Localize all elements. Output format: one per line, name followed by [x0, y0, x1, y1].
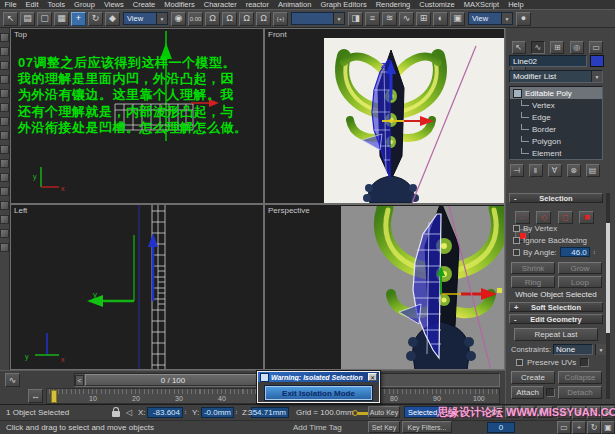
make-unique-icon[interactable]: ∀ — [548, 164, 562, 177]
ignore-backfacing-checkbox[interactable] — [513, 237, 520, 244]
add-time-tag[interactable]: Add Time Tag — [293, 423, 342, 432]
auto-key-button[interactable]: Auto Key — [368, 406, 400, 418]
chevron-down-icon[interactable]: ▼ — [595, 344, 606, 355]
edge-subobject-icon[interactable]: ◇ — [536, 211, 551, 224]
menu-maxscript[interactable]: MAXScript — [459, 0, 503, 9]
attach-list-button[interactable] — [546, 388, 555, 397]
menu-rendering[interactable]: Rendering — [371, 0, 415, 9]
prev-frame-arrow[interactable]: < — [75, 375, 84, 386]
configure-stack-icon[interactable]: ▤ — [586, 164, 600, 177]
tool-icon[interactable] — [0, 215, 9, 224]
vertex-subobject-icon[interactable]: ∴ — [515, 211, 530, 224]
arc-rotate-icon[interactable]: ↻ — [587, 421, 601, 434]
window-crossing-icon[interactable]: ▦ — [54, 12, 69, 26]
selection-rollout-header[interactable]: - Selection — [509, 193, 603, 203]
curve-editor-icon[interactable]: ∿ — [399, 12, 414, 26]
time-range-icon[interactable]: ↔ — [28, 389, 43, 403]
rect-selection-region-icon[interactable]: ▢ — [37, 12, 52, 26]
stack-item-vertex[interactable]: Vertex — [510, 99, 602, 111]
chevron-down-icon[interactable]: ▼ — [591, 71, 602, 82]
rotate-icon[interactable]: ↻ — [88, 12, 103, 26]
pin-stack-icon[interactable]: ⊣ — [510, 164, 524, 177]
menu-edit[interactable]: Edit — [21, 0, 43, 9]
tool-icon[interactable] — [0, 173, 9, 182]
chevron-down-icon[interactable]: ▼ — [333, 13, 344, 24]
stack-item-border[interactable]: Border — [510, 123, 602, 135]
z-coordinate-field[interactable]: 354.71mm — [251, 407, 289, 418]
tool-icon[interactable] — [0, 89, 9, 98]
viewport-left[interactable]: y y x Left — [10, 204, 264, 370]
tab-display[interactable]: ▭ — [589, 41, 603, 54]
material-editor-icon[interactable]: ◐ — [433, 12, 448, 26]
align-offset-icon[interactable]: 0.00 — [188, 12, 203, 26]
menu-help[interactable]: Help — [504, 0, 528, 9]
spinner-snap-icon[interactable]: Ω — [256, 12, 271, 26]
keyboard-override-icon[interactable]: (+) — [273, 12, 288, 26]
tab-hierarchy[interactable]: ⊞ — [550, 41, 564, 54]
mirror-icon[interactable]: ◨ — [348, 12, 363, 26]
menu-animation[interactable]: Animation — [274, 0, 316, 9]
snap-toggle-icon[interactable]: Ω — [205, 12, 220, 26]
dialog-title-bar[interactable]: Warning: Isolated Selection ✕ — [258, 372, 379, 382]
collapse-button[interactable]: Collapse — [558, 371, 602, 384]
angle-snap-icon[interactable]: Ω — [222, 12, 237, 26]
menu-customize[interactable]: Customize — [415, 0, 459, 9]
time-marker[interactable] — [51, 390, 57, 403]
menu-graph-editors[interactable]: Graph Editors — [316, 0, 371, 9]
tool-icon[interactable] — [0, 131, 9, 140]
viewport-perspective[interactable]: Perspective — [264, 204, 505, 370]
transform-typein-icon[interactable]: ◁ — [126, 408, 132, 417]
object-color-swatch[interactable] — [590, 55, 604, 67]
polygon-subobject-icon[interactable]: ■ — [579, 211, 594, 224]
tool-icon[interactable] — [0, 61, 9, 70]
viewport-left-label[interactable]: Left — [14, 206, 27, 215]
detach-button[interactable]: Detach — [558, 386, 602, 399]
by-vertex-checkbox[interactable] — [513, 225, 520, 232]
tool-icon[interactable] — [0, 187, 9, 196]
select-by-name-icon[interactable]: ▤ — [20, 12, 35, 26]
maximize-viewport-icon[interactable]: ▣ — [601, 421, 615, 434]
render-view-dropdown[interactable]: View ▼ — [468, 12, 513, 25]
border-subobject-icon[interactable]: ◻ — [558, 211, 573, 224]
x-coordinate-field[interactable]: -83.604 — [147, 407, 183, 418]
chevron-down-icon[interactable]: ▼ — [501, 13, 512, 24]
menu-reactor[interactable]: reactor — [241, 0, 273, 9]
menu-create[interactable]: Create — [128, 0, 160, 9]
scale-icon[interactable]: ◆ — [105, 12, 120, 26]
preserve-uvs-checkbox[interactable] — [516, 359, 523, 366]
constraints-dropdown[interactable]: None — [553, 344, 593, 355]
named-selection-set-dropdown[interactable]: ▼ — [291, 12, 345, 25]
tool-icon[interactable] — [0, 75, 9, 84]
stack-item-polygon[interactable]: Polygon — [510, 135, 602, 147]
move-icon[interactable]: + — [71, 12, 86, 26]
align-icon[interactable]: ≡ — [365, 12, 380, 26]
loop-button[interactable]: Loop — [558, 276, 602, 288]
quick-render-icon[interactable]: ● — [516, 12, 531, 26]
angle-value-field[interactable]: 46.0 — [560, 247, 590, 257]
modifier-list-dropdown[interactable]: Modifier List ▼ — [509, 70, 603, 83]
tool-icon[interactable] — [0, 103, 9, 112]
exit-isolation-mode-button[interactable]: Exit Isolation Mode — [265, 386, 372, 400]
edit-geometry-rollout-header[interactable]: - Edit Geometry — [509, 314, 603, 324]
repeat-last-button[interactable]: Repeat Last — [514, 328, 598, 341]
show-end-result-icon[interactable]: ‖ — [529, 164, 543, 177]
ring-button[interactable]: Ring — [511, 276, 555, 288]
stack-item-edge[interactable]: Edge — [510, 111, 602, 123]
preserve-settings-button[interactable] — [580, 358, 589, 367]
grow-button[interactable]: Grow — [558, 262, 602, 274]
tab-create[interactable]: ↖ — [512, 41, 526, 54]
panel-scrollbar-thumb[interactable] — [606, 223, 610, 333]
shrink-button[interactable]: Shrink — [511, 262, 555, 274]
lock-selection-icon[interactable] — [112, 411, 120, 417]
spinner-icon[interactable]: ↕ — [184, 409, 187, 415]
viewport-front-label[interactable]: Front — [268, 30, 287, 39]
spinner-icon[interactable]: ↕ — [593, 249, 596, 255]
viewport-front[interactable]: Z Front — [264, 28, 505, 204]
reference-coordinate-dropdown[interactable]: View ▼ — [123, 12, 168, 25]
menu-group[interactable]: Group — [70, 0, 100, 9]
soft-selection-rollout-header[interactable]: + Soft Selection — [509, 302, 603, 312]
schematic-view-icon[interactable]: ⊞ — [416, 12, 431, 26]
pan-icon[interactable]: + — [572, 421, 586, 434]
menu-tools[interactable]: Tools — [43, 0, 70, 9]
close-icon[interactable]: ✕ — [368, 373, 377, 381]
